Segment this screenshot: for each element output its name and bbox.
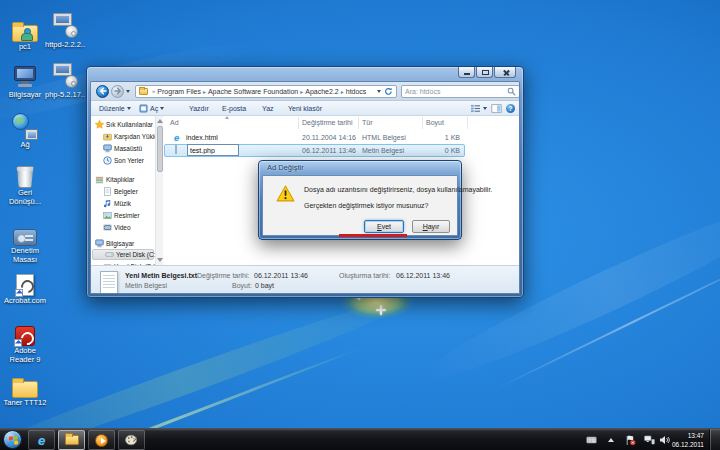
warning-icon [276, 185, 295, 202]
details-modified-value: 06.12.2011 13:46 [254, 272, 308, 279]
recycle-bin-icon [2, 158, 48, 188]
taskbar-media-player[interactable] [88, 430, 115, 450]
installer-icon [42, 60, 88, 90]
refresh-icon[interactable] [384, 87, 393, 96]
yes-button[interactable]: Evet [364, 220, 404, 233]
sidebar-item-pictures[interactable]: Resimler [91, 210, 155, 221]
column-header-type[interactable]: Tür [362, 119, 373, 126]
preview-pane-icon[interactable] [491, 104, 502, 113]
toolbar-yeni-klasor[interactable]: Yeni klasör [286, 101, 324, 116]
file-size: 1 KB [426, 134, 460, 141]
details-size-label: Boyut: [232, 282, 252, 289]
details-pane: Yeni Metin Belgesi.txt Metin Belgesi Değ… [91, 265, 519, 294]
search-input[interactable] [405, 88, 507, 95]
taskbar-internet-explorer[interactable]: e [28, 430, 55, 450]
file-size: 0 KB [426, 147, 460, 154]
views-button[interactable] [470, 104, 487, 113]
libraries-icon [95, 175, 104, 184]
title-bar[interactable] [87, 67, 523, 81]
computer-icon [95, 239, 104, 248]
sparkle-icon [376, 305, 386, 315]
breadcrumb-separator: ▸ [203, 88, 206, 95]
toolbar-eposta[interactable]: E-posta [220, 101, 248, 116]
list-view-icon [470, 104, 481, 113]
column-header-name[interactable]: Ad [170, 119, 179, 126]
toolbar-yaz[interactable]: Yaz [260, 101, 276, 116]
desktop-icon-recycle-bin[interactable]: Geri Dönüşü... [2, 158, 48, 207]
breadcrumb-segment[interactable]: Apache2.2 [305, 88, 338, 95]
desktop-icon-php-installer[interactable]: php-5.2.17.. [42, 60, 88, 99]
sidebar-scrollbar[interactable] [155, 116, 163, 265]
sidebar-group-favorites[interactable]: Sık Kullanılanlar [91, 119, 155, 130]
desktop-icon-httpd-installer[interactable]: httpd-2.2.2.. [42, 10, 88, 49]
column-header-size[interactable]: Boyut [426, 119, 444, 126]
sidebar-item-local-disk-c[interactable]: Yerel Disk (C:) [92, 249, 154, 260]
navigation-pane: Sık Kullanılanlar Karşıdan Yüklem Masaüs… [91, 116, 155, 265]
chevron-up-icon [608, 438, 614, 442]
toolbar-yazdir[interactable]: Yazdır [187, 101, 211, 116]
internet-explorer-icon: e [38, 434, 45, 447]
tray-action-center[interactable] [626, 429, 636, 450]
toolbar-duzenle[interactable]: Düzenle [97, 101, 133, 116]
desktop-icon-control-panel[interactable]: Denetim Masası [2, 216, 48, 265]
address-bar[interactable]: « Program Files ▸ Apache Software Founda… [135, 85, 397, 98]
media-player-icon [95, 434, 108, 447]
maximize-button[interactable] [476, 67, 493, 78]
tray-keyboard-indicator[interactable] [586, 429, 597, 450]
document-icon [103, 187, 112, 196]
sidebar-group-computer[interactable]: Bilgisayar [91, 238, 155, 249]
acrobat-shortcut-icon [2, 266, 48, 296]
drive-icon [105, 250, 114, 259]
folder-icon [2, 368, 48, 398]
details-file-name: Yeni Metin Belgesi.txt [125, 272, 197, 279]
breadcrumb-segment[interactable]: Apache Software Foundation [208, 88, 298, 95]
start-button[interactable] [3, 430, 22, 449]
search-box[interactable] [401, 85, 520, 98]
sidebar-item-desktop[interactable]: Masaüstü [91, 143, 155, 154]
column-header-modified[interactable]: Değiştirme tarihi [302, 119, 353, 126]
help-icon[interactable]: ? [506, 104, 515, 113]
sidebar-item-video[interactable]: Video [91, 222, 155, 233]
details-created-value: 06.12.2011 13:46 [396, 272, 450, 279]
minimize-button[interactable] [458, 67, 475, 78]
adobe-reader-icon [2, 316, 48, 346]
rename-input[interactable] [187, 144, 239, 156]
taskbar-windows-explorer[interactable] [58, 430, 85, 450]
flag-alert-icon [626, 435, 636, 446]
installer-icon [42, 10, 88, 40]
no-button[interactable]: Hayır [412, 220, 450, 233]
sidebar-item-music[interactable]: Müzik [91, 198, 155, 209]
arrow-right-icon [114, 87, 122, 95]
sidebar-item-recent-places[interactable]: Son Yerler [91, 155, 155, 166]
address-dropdown[interactable] [377, 90, 381, 93]
sidebar-item-downloads[interactable]: Karşıdan Yüklem [91, 131, 155, 142]
sort-ascending-icon [225, 116, 229, 119]
close-button[interactable] [494, 67, 516, 78]
tray-show-hidden-icons[interactable] [608, 429, 614, 450]
taskbar-paint[interactable] [118, 430, 145, 450]
nav-history-dropdown[interactable] [126, 90, 130, 93]
desktop-icon-acrobat-com[interactable]: Acrobat.com [2, 266, 48, 305]
desktop-icon-adobe-reader[interactable]: Adobe Reader 9 [2, 316, 48, 365]
open-app-icon [139, 104, 148, 113]
dialog-title-bar[interactable] [259, 161, 461, 175]
forward-button[interactable] [111, 85, 124, 98]
dialog-body: Dosya adı uzantısını değiştirirseniz, do… [262, 175, 458, 236]
breadcrumb-segment[interactable]: Program Files [157, 88, 201, 95]
desktop-icon-ag[interactable]: Ağ [2, 110, 48, 149]
dialog-message-line2: Gerçekten değiştirmek istiyor musunuz? [304, 202, 429, 209]
clock-icon [103, 156, 112, 165]
file-row-test-php[interactable]: 06.12.2011 13:46 Metin Belgesi 0 KB [163, 144, 519, 157]
sidebar-group-libraries[interactable]: Kitaplıklar [91, 174, 155, 185]
show-desktop-button[interactable] [709, 429, 720, 450]
toolbar-ac[interactable]: Aç [137, 101, 166, 116]
desktop-icon-taner-folder[interactable]: Taner TTT12 [2, 368, 48, 407]
taskbar-clock[interactable]: 13:47 06.12.2011 [648, 431, 704, 449]
navigation-bar: « Program Files ▸ Apache Software Founda… [91, 82, 519, 101]
back-button[interactable] [96, 85, 109, 98]
sidebar-item-documents[interactable]: Belgeler [91, 186, 155, 197]
breadcrumb-prefix: « [152, 88, 155, 94]
breadcrumb-segment[interactable]: htdocs [346, 88, 367, 95]
file-row-index-html[interactable]: e index.html 20.11.2004 14:16 HTML Belge… [163, 131, 519, 144]
keyboard-icon [586, 436, 597, 444]
